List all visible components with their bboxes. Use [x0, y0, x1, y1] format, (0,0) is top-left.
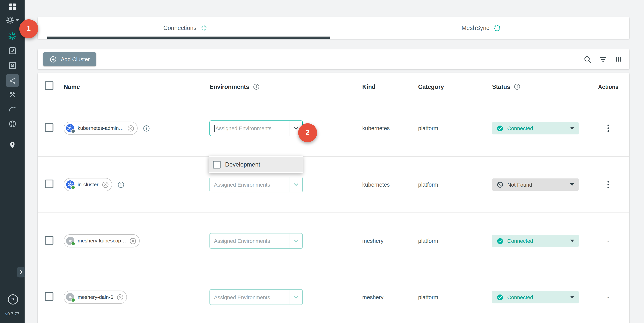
status-dropdown[interactable]: Connected — [492, 291, 579, 303]
check-circle-icon — [496, 125, 504, 132]
environments-placeholder: Assigned Environments — [214, 238, 290, 244]
status-label: Connected — [507, 294, 533, 300]
column-header-name: Name — [64, 83, 80, 90]
row-checkbox[interactable] — [45, 292, 54, 301]
table-row: kubernetes-admin… Assigned Environments — [38, 100, 629, 156]
kubernetes-icon — [66, 124, 75, 133]
connection-chip[interactable]: meshery-kubescop… — [64, 234, 140, 247]
dropdown-option-development[interactable]: Development — [209, 157, 303, 172]
option-checkbox[interactable] — [213, 161, 220, 168]
connection-name: meshery-kubescop… — [78, 238, 126, 244]
sidebar-expand-button[interactable] — [17, 267, 24, 277]
step-badge-2-label: 2 — [306, 129, 310, 137]
remove-connection-icon[interactable] — [129, 237, 137, 245]
info-icon[interactable] — [514, 83, 521, 90]
no-actions-placeholder: - — [607, 238, 609, 244]
service-mesh-icon[interactable] — [6, 74, 19, 87]
connection-info-icon[interactable] — [117, 181, 125, 188]
no-actions-placeholder: - — [607, 294, 609, 300]
row-checkbox[interactable] — [45, 236, 54, 244]
remove-connection-icon[interactable] — [116, 293, 124, 301]
tab-connections-label: Connections — [163, 25, 196, 31]
row-checkbox[interactable] — [45, 123, 54, 132]
category-cell: platform — [418, 238, 492, 244]
column-header-kind: Kind — [362, 83, 376, 90]
tab-meshsync[interactable]: MeshSync — [334, 17, 629, 39]
kind-cell: meshery — [362, 294, 418, 300]
connection-info-icon[interactable] — [142, 124, 150, 132]
configuration-icon[interactable] — [0, 46, 25, 55]
meshsync-spinner-icon — [494, 24, 501, 32]
meshery-icon — [66, 236, 75, 245]
chevron-down-icon — [570, 127, 574, 129]
environments-select[interactable]: Assigned Environments — [210, 120, 303, 136]
remove-connection-icon[interactable] — [127, 124, 134, 132]
connections-table: Name Environments Kind Category Status A… — [38, 73, 629, 323]
status-dropdown[interactable]: Connected — [492, 235, 579, 247]
toolbox-icon[interactable] — [0, 90, 25, 99]
help-label: ? — [12, 296, 15, 302]
environments-placeholder: Assigned Environments — [214, 181, 290, 188]
status-label: Connected — [507, 238, 533, 244]
environments-select[interactable]: Assigned Environments — [210, 177, 303, 192]
environments-select[interactable]: Assigned Environments — [210, 233, 303, 249]
version-label: v0.7.77 — [0, 311, 25, 316]
tabs-bar: Connections MeshSync — [38, 17, 629, 39]
category-cell: platform — [418, 181, 492, 188]
kind-cell: kubernetes — [362, 181, 418, 188]
dashboard-icon[interactable] — [0, 3, 25, 11]
tab-connections[interactable]: Connections — [38, 17, 334, 39]
status-dot — [71, 298, 75, 302]
status-dot — [71, 129, 75, 133]
text-cursor — [214, 125, 215, 132]
connections-burst-icon — [200, 24, 208, 32]
select-all-checkbox[interactable] — [45, 81, 54, 90]
help-icon[interactable]: ? — [8, 294, 18, 304]
connection-name: in-cluster — [78, 182, 98, 187]
filter-icon[interactable] — [599, 55, 608, 64]
table-row: meshery-dain-6 Assigned Environments — [38, 269, 629, 323]
row-checkbox[interactable] — [45, 179, 54, 188]
info-icon[interactable] — [252, 83, 260, 90]
status-dropdown[interactable]: Connected — [492, 122, 579, 134]
status-dot — [71, 242, 75, 246]
connection-name: kubernetes-admin… — [78, 125, 124, 131]
table-header-row: Name Environments Kind Category Status A… — [38, 73, 629, 100]
kind-cell: meshery — [362, 238, 418, 244]
mesh-map-pin-icon[interactable] — [0, 141, 25, 149]
column-header-environments: Environments — [210, 83, 249, 90]
plus-circle-icon — [49, 55, 57, 63]
actions-menu-icon[interactable] — [606, 123, 611, 134]
main-content: Connections MeshSync Add Cluster — [25, 0, 644, 323]
add-cluster-button[interactable]: Add Cluster — [43, 52, 96, 66]
lifecycle-icon[interactable] — [0, 61, 25, 70]
connection-chip[interactable]: meshery-dain-6 — [64, 290, 127, 304]
check-circle-icon — [496, 294, 504, 300]
kubernetes-icon — [66, 180, 75, 189]
connection-chip[interactable]: kubernetes-admin… — [64, 122, 138, 135]
status-dropdown[interactable]: Not Found — [492, 178, 579, 191]
columns-view-icon[interactable] — [614, 55, 623, 63]
actions-menu-icon[interactable] — [606, 179, 611, 190]
table-toolbar: Add Cluster — [38, 49, 629, 69]
table-row: meshery-kubescop… Assigned Environments — [38, 213, 629, 269]
performance-icon[interactable] — [0, 104, 25, 113]
kind-cell: kubernetes — [362, 125, 418, 131]
meshery-app: ? v0.7.77 Connections MeshSync Add Clust… — [0, 0, 644, 323]
check-circle-icon — [496, 237, 504, 244]
chevron-down-icon — [570, 239, 574, 242]
chevron-down-icon — [570, 183, 574, 186]
remove-connection-icon[interactable] — [101, 181, 109, 188]
not-found-icon — [496, 181, 504, 188]
search-icon[interactable] — [583, 55, 592, 64]
chevron-down-icon[interactable] — [290, 237, 302, 245]
meshery-icon — [66, 293, 75, 302]
active-tab-indicator — [47, 37, 330, 39]
tab-meshsync-label: MeshSync — [462, 25, 489, 31]
extensions-icon[interactable] — [0, 120, 25, 128]
environments-select[interactable]: Assigned Environments — [210, 289, 303, 305]
chevron-down-icon[interactable] — [290, 181, 302, 188]
connection-chip[interactable]: in-cluster — [64, 178, 112, 191]
chevron-down-icon — [16, 19, 19, 22]
chevron-down-icon[interactable] — [290, 293, 302, 301]
